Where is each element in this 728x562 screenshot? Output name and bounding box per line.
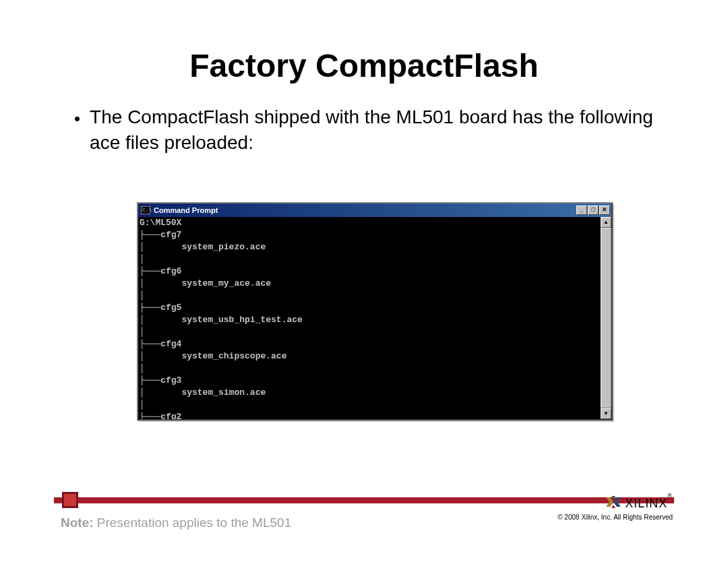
- window-titlebar: C:\ Command Prompt _ □ ✕: [138, 204, 611, 217]
- footer-note-bold: Note:: [61, 516, 94, 530]
- window-buttons: _ □ ✕: [576, 206, 610, 215]
- maximize-button[interactable]: □: [588, 206, 599, 215]
- footer-note-text: Presentation applies to the ML501: [94, 516, 292, 530]
- xilinx-wordmark: XILINX®: [625, 497, 673, 511]
- svg-marker-1: [613, 497, 621, 507]
- command-prompt-window: C:\ Command Prompt _ □ ✕ G:\ML50X ├───cf…: [137, 202, 613, 420]
- copyright-text: © 2008 Xilinx, Inc. All Rights Reserved: [557, 513, 673, 521]
- cmd-app-icon: C:\: [141, 206, 150, 214]
- bullet-item: • The CompactFlash shipped with the ML50…: [74, 104, 654, 156]
- bullet-text: The CompactFlash shipped with the ML501 …: [90, 104, 654, 156]
- cmd-body-wrap: G:\ML50X ├───cfg7 │ system_piezo.ace │ ├…: [138, 217, 611, 419]
- xilinx-mark-icon: [606, 496, 621, 511]
- window-title-text: Command Prompt: [154, 206, 576, 214]
- svg-marker-0: [606, 497, 613, 507]
- scroll-thumb[interactable]: [601, 228, 611, 408]
- slide: Factory CompactFlash • The CompactFlash …: [0, 0, 728, 562]
- svg-marker-2: [611, 496, 615, 499]
- cmd-output: G:\ML50X ├───cfg7 │ system_piezo.ace │ ├…: [138, 217, 601, 419]
- xilinx-logo: XILINX®: [557, 496, 673, 511]
- svg-marker-3: [611, 505, 615, 508]
- footer-square-icon: [62, 492, 78, 508]
- registered-icon: ®: [667, 493, 673, 499]
- minimize-button[interactable]: _: [576, 206, 587, 215]
- slide-title: Factory CompactFlash: [0, 47, 728, 84]
- footer-note: Note: Presentation applies to the ML501: [61, 516, 291, 530]
- bullet-dot-icon: •: [74, 107, 80, 131]
- vertical-scrollbar[interactable]: ▲ ▼: [601, 217, 611, 419]
- scroll-up-button[interactable]: ▲: [601, 217, 611, 228]
- close-button[interactable]: ✕: [599, 206, 610, 215]
- footer-right: XILINX® © 2008 Xilinx, Inc. All Rights R…: [557, 496, 673, 521]
- scroll-down-button[interactable]: ▼: [601, 408, 611, 419]
